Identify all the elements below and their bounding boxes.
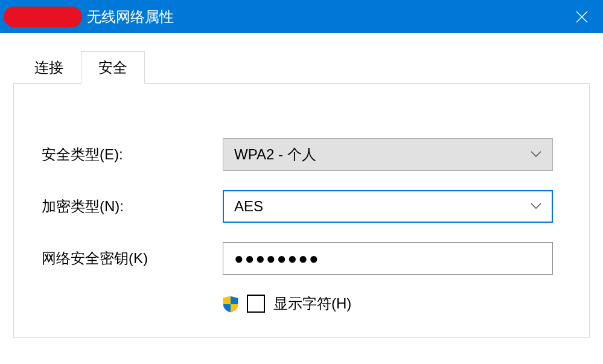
close-icon xyxy=(575,10,589,24)
window-title: 无线网络属性 xyxy=(87,7,174,27)
tab-security-label: 安全 xyxy=(98,59,127,75)
security-type-value: WPA2 - 个人 xyxy=(234,145,316,164)
titlebar-left-group: 无线网络属性 xyxy=(0,0,174,33)
window-titlebar: 无线网络属性 xyxy=(0,0,603,33)
uac-shield-icon xyxy=(223,296,238,311)
encryption-type-label: 加密类型(N): xyxy=(42,197,223,216)
security-type-combobox[interactable]: WPA2 - 个人 xyxy=(223,138,553,171)
chevron-down-icon xyxy=(531,148,541,161)
security-panel: 安全类型(E): WPA2 - 个人 加密类型(N): AES 网络安全密钥(K… xyxy=(13,83,590,338)
close-button[interactable] xyxy=(561,0,603,33)
encryption-type-combobox[interactable]: AES xyxy=(223,190,553,223)
network-key-label: 网络安全密钥(K) xyxy=(42,249,223,268)
tab-strip: 连接 安全 xyxy=(17,51,601,84)
tab-connection[interactable]: 连接 xyxy=(17,51,81,84)
redacted-network-name xyxy=(4,7,82,27)
show-characters-label[interactable]: 显示字符(H) xyxy=(273,294,351,313)
chevron-down-icon xyxy=(531,200,541,213)
network-key-input[interactable]: ●●●●●●●● xyxy=(223,242,553,275)
network-key-masked-value: ●●●●●●●● xyxy=(234,249,320,268)
tab-connection-label: 连接 xyxy=(34,59,63,75)
show-characters-checkbox[interactable] xyxy=(247,295,265,313)
security-type-label: 安全类型(E): xyxy=(42,145,223,164)
tab-security[interactable]: 安全 xyxy=(81,51,145,84)
encryption-type-value: AES xyxy=(234,198,263,215)
